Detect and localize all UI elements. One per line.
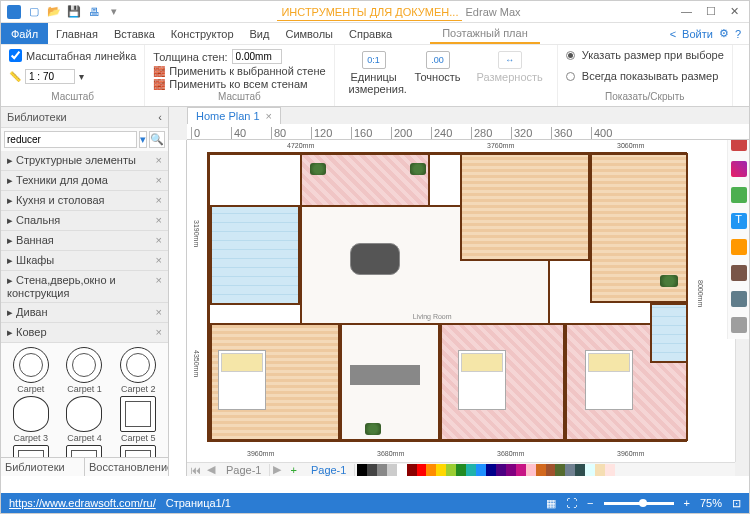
room-kitchen[interactable] <box>460 153 590 261</box>
lib-category[interactable]: ▸ Ковер× <box>1 323 168 343</box>
minimize-icon[interactable]: — <box>681 5 692 18</box>
shape-item[interactable]: Carpet 4 <box>59 396 111 443</box>
page-nav-first[interactable]: ⏮ <box>187 464 204 476</box>
room-balcony-1[interactable] <box>300 153 430 208</box>
bed-2[interactable] <box>458 350 506 410</box>
maximize-icon[interactable]: ☐ <box>706 5 716 18</box>
shape-item[interactable]: Carpet 7 <box>59 445 111 457</box>
units-btn[interactable]: 0:1Единицы измерения. <box>343 49 405 97</box>
show-on-select[interactable]: Указать размер при выборе <box>566 49 724 61</box>
lib-category[interactable]: ▸ Спальня× <box>1 211 168 231</box>
close-tab-icon[interactable]: × <box>266 110 272 122</box>
status-url[interactable]: https://www.edrawsoft.com/ru/ <box>9 497 156 509</box>
menu-design[interactable]: Конструктор <box>163 24 242 44</box>
save-icon[interactable]: 💾 <box>67 5 81 19</box>
scale-ruler-check[interactable] <box>9 49 22 62</box>
file-tab[interactable]: Файл <box>1 23 48 44</box>
apply-selected-btn[interactable]: 🧱 Применить к выбранной стене <box>153 65 325 77</box>
footer-lib-tab[interactable]: Библиотеки <box>1 458 85 476</box>
page-nav-next[interactable]: ▶ <box>270 463 284 476</box>
lib-category[interactable]: ▸ Техники для дома× <box>1 171 168 191</box>
search-button[interactable]: 🔍 <box>149 131 165 148</box>
bed-3[interactable] <box>585 350 633 410</box>
share-icon[interactable]: < <box>670 28 676 40</box>
align-tool-icon[interactable] <box>731 187 747 203</box>
wall-tool-icon[interactable] <box>731 265 747 281</box>
shape-item[interactable]: Carpet 5 <box>112 396 164 443</box>
zoom-out-icon[interactable]: − <box>587 497 593 509</box>
theme-tool-icon[interactable] <box>731 161 747 177</box>
ribbon-scale: Масштабная линейка 📏 ▾ Масштаб <box>1 45 145 106</box>
floorplan[interactable]: Living Room <box>207 152 687 442</box>
menu-insert[interactable]: Вставка <box>106 24 163 44</box>
bed-1[interactable] <box>218 350 266 410</box>
wall-input[interactable] <box>232 49 282 64</box>
layer-tool-icon[interactable] <box>731 291 747 307</box>
shapes-grid: CarpetCarpet 1Carpet 2Carpet 3Carpet 4Ca… <box>1 343 168 457</box>
open-icon[interactable]: 📂 <box>47 5 61 19</box>
help-icon[interactable]: ? <box>735 28 741 40</box>
dropdown-icon[interactable]: ▾ <box>107 5 121 19</box>
shape-item[interactable]: Carpet 3 <box>5 396 57 443</box>
dim-bot-d: 3960mm <box>617 450 644 457</box>
precision-btn[interactable]: .00Точность <box>409 49 467 85</box>
shape-item[interactable]: Carpet 6 <box>5 445 57 457</box>
lib-category[interactable]: ▸ Структурные элементы× <box>1 151 168 171</box>
add-page[interactable]: + <box>284 464 302 476</box>
lib-category[interactable]: ▸ Стена,дверь,окно и конструкция× <box>1 271 168 303</box>
menu-view[interactable]: Вид <box>242 24 278 44</box>
plant-3[interactable] <box>660 275 678 287</box>
close-icon[interactable]: ✕ <box>730 5 739 18</box>
dimension-btn[interactable]: ↔Размерность <box>471 49 549 85</box>
plant-2[interactable] <box>410 163 426 175</box>
menu-symbols[interactable]: Символы <box>277 24 341 44</box>
plant-4[interactable] <box>365 423 381 435</box>
zoom-in-icon[interactable]: + <box>684 497 690 509</box>
shape-item[interactable]: Carpet <box>5 347 57 394</box>
view-full-icon[interactable]: ⛶ <box>566 497 577 509</box>
plant-1[interactable] <box>310 163 326 175</box>
wall-thick-label: Толщина стен: <box>153 51 227 63</box>
context-tab[interactable]: Поэтажный план <box>430 24 540 44</box>
measure-tool-icon[interactable] <box>731 239 747 255</box>
lib-category[interactable]: ▸ Кухня и столовая× <box>1 191 168 211</box>
show-always[interactable]: Всегда показывать размер <box>566 70 724 82</box>
apply-all-btn[interactable]: 🧱 Применить ко всем стенам <box>153 78 325 90</box>
scale-input[interactable] <box>25 69 75 84</box>
sofa[interactable] <box>350 365 420 385</box>
footer-restore-tab[interactable]: Восстановление фай... <box>85 458 168 476</box>
menu-help[interactable]: Справка <box>341 24 400 44</box>
window-controls: — ☐ ✕ <box>671 5 749 18</box>
page-nav-prev[interactable]: ◀ <box>204 463 218 476</box>
room-bathroom-2[interactable] <box>650 303 688 363</box>
lib-category[interactable]: ▸ Ванная× <box>1 231 168 251</box>
chevron-left-icon[interactable]: ‹ <box>158 111 162 123</box>
document-tab[interactable]: Home Plan 1× <box>187 107 281 124</box>
content: Библиотеки‹ ▾ 🔍 ▸ Структурные элементы×▸… <box>1 107 749 476</box>
dining-table[interactable] <box>350 243 400 275</box>
shape-item[interactable]: Carpet 1 <box>59 347 111 394</box>
lib-category[interactable]: ▸ Диван× <box>1 303 168 323</box>
text-tool-icon[interactable]: T <box>731 213 747 229</box>
shape-item[interactable]: Carpet 8 <box>112 445 164 457</box>
canvas[interactable]: Living Room 4720mm 3760mm <box>187 140 735 462</box>
fit-screen-icon[interactable]: ⊡ <box>732 497 741 510</box>
new-icon[interactable]: ▢ <box>27 5 41 19</box>
login-link[interactable]: Войти <box>682 28 713 40</box>
view-normal-icon[interactable]: ▦ <box>546 497 556 510</box>
color-palette[interactable] <box>357 464 615 476</box>
lib-category[interactable]: ▸ Шкафы× <box>1 251 168 271</box>
page-tab-2[interactable]: Page-1 <box>303 464 355 476</box>
room-bathroom-1[interactable] <box>210 205 300 305</box>
menu-right: < Войти ⚙ ? <box>670 27 749 40</box>
search-dropdown[interactable]: ▾ <box>139 131 147 148</box>
page-tab-1[interactable]: Page-1 <box>218 464 270 476</box>
gear-icon[interactable]: ⚙ <box>719 27 729 40</box>
menu-home[interactable]: Главная <box>48 24 106 44</box>
more-tool-icon[interactable] <box>731 317 747 333</box>
shape-item[interactable]: Carpet 2 <box>112 347 164 394</box>
wall-group-label: Масштаб <box>153 91 325 102</box>
print-icon[interactable]: 🖶 <box>87 5 101 19</box>
zoom-slider[interactable] <box>604 502 674 505</box>
search-input[interactable] <box>4 131 137 148</box>
